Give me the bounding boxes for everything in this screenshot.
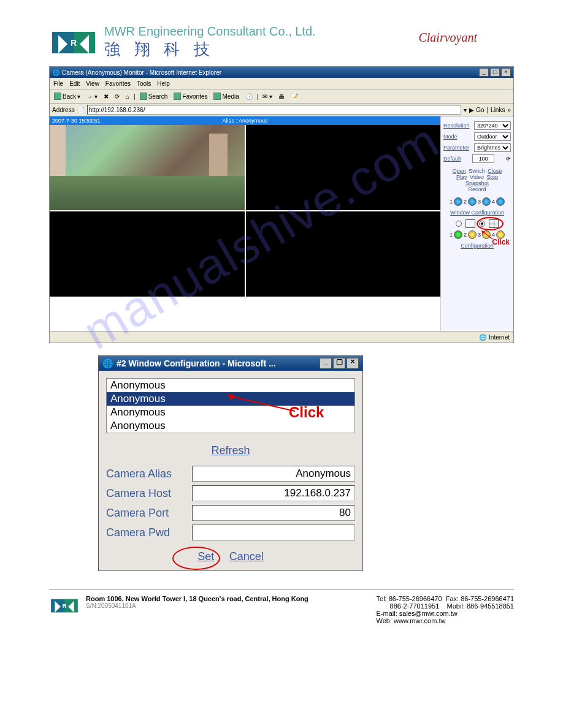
- rec-ch-3[interactable]: [482, 197, 491, 206]
- footer-tel: Tel: 86-755-26966470: [377, 595, 442, 602]
- dialog-close-button[interactable]: ×: [347, 358, 359, 369]
- set-button[interactable]: Set: [197, 550, 214, 563]
- list-item[interactable]: Anonymous: [107, 419, 354, 433]
- layout-single-radio[interactable]: [456, 221, 462, 227]
- ie-icon: 🌐: [102, 358, 113, 368]
- video-cell-3[interactable]: [50, 211, 245, 297]
- ie-icon: 🌐: [52, 69, 59, 76]
- menubar: File Edit View Favorites Tools Help: [50, 78, 513, 89]
- refresh-button[interactable]: ⟳: [113, 93, 121, 100]
- back-icon: [54, 93, 61, 100]
- camera-alias-input[interactable]: [192, 466, 355, 482]
- refresh-small-icon[interactable]: ⟳: [506, 156, 511, 162]
- edit-button[interactable]: 📝: [289, 93, 300, 100]
- svg-text:R: R: [71, 38, 77, 48]
- default-input[interactable]: [472, 154, 494, 163]
- parameter-select[interactable]: Brightness: [474, 143, 511, 152]
- address-bar: Address 📄 ▾ ▶ Go | Links »: [50, 104, 513, 116]
- record-text: Record: [468, 186, 486, 192]
- open-link[interactable]: Open: [453, 168, 466, 174]
- search-button[interactable]: Search: [138, 93, 170, 100]
- resolution-select[interactable]: 320*240: [474, 121, 511, 130]
- status-bar: 🌐 Internet: [50, 331, 513, 343]
- play-link[interactable]: Play: [456, 174, 467, 180]
- footer-email: E-mail: sales@mwr.com.tw: [377, 610, 514, 617]
- cancel-button[interactable]: Cancel: [229, 550, 264, 563]
- footer-mobil: Mobil: 886-945518851: [447, 602, 514, 610]
- footer-web: Web: www.mwr.com.tw: [377, 617, 514, 624]
- dialog-minimize-button[interactable]: _: [320, 358, 332, 369]
- internet-icon: 🌐: [479, 334, 486, 341]
- page-icon: 📄: [77, 107, 85, 113]
- video-cell-4[interactable]: [246, 211, 441, 297]
- svg-line-5: [483, 232, 492, 239]
- close-link[interactable]: Close: [488, 168, 502, 174]
- layout-single-icon: [465, 219, 475, 228]
- configuration-link[interactable]: Configuration: [461, 243, 494, 249]
- address-input[interactable]: [87, 105, 462, 115]
- page-header: R MWR Engineering Consultant Co., Ltd. 強…: [49, 25, 514, 60]
- video-grid: [50, 125, 440, 297]
- record-channels: 1 2 3 4: [443, 197, 511, 206]
- maximize-button[interactable]: ▢: [490, 68, 500, 77]
- layout-grid-radio[interactable]: [479, 221, 485, 227]
- window-config-dialog: 🌐 #2 Window Configuration - Microsoft ..…: [98, 355, 363, 571]
- rec-ch-1[interactable]: [454, 197, 462, 206]
- video-cell-1[interactable]: [50, 125, 245, 210]
- dialog-maximize-button[interactable]: ▢: [333, 358, 345, 369]
- history-button[interactable]: 🕓: [243, 93, 255, 100]
- menu-tools[interactable]: Tools: [137, 80, 151, 87]
- media-icon: [213, 93, 221, 100]
- minimize-button[interactable]: _: [479, 68, 489, 77]
- video-text: Video: [470, 174, 484, 180]
- resolution-label: Resolution: [443, 123, 470, 129]
- camera-pwd-input[interactable]: [192, 525, 355, 540]
- browser-window: 🌐 Camera (Anonymous) Monitor - Microsoft…: [49, 66, 514, 343]
- forward-button[interactable]: → ▾: [85, 93, 99, 100]
- close-button[interactable]: ×: [501, 68, 511, 77]
- rec-ch-2[interactable]: [468, 197, 477, 206]
- home-button[interactable]: ⌂: [124, 93, 131, 100]
- cfg-ch-2[interactable]: [468, 230, 477, 239]
- media-button[interactable]: Media: [212, 93, 240, 100]
- svg-text:R: R: [63, 603, 67, 609]
- video-cell-2[interactable]: [246, 125, 441, 210]
- footer-address: Room 1006, New World Tower I, 18 Queen's…: [86, 595, 308, 602]
- snapshot-link[interactable]: Snapshot: [465, 180, 489, 186]
- default-label: Default: [443, 156, 461, 162]
- rec-ch-4[interactable]: [496, 197, 505, 206]
- mail-button[interactable]: ✉ ▾: [261, 93, 274, 100]
- menu-help[interactable]: Help: [157, 80, 170, 87]
- camera-port-input[interactable]: [192, 505, 355, 521]
- stop-link[interactable]: Stop: [486, 174, 498, 180]
- camera-alias-label: Camera Alias: [106, 468, 192, 480]
- footer-fax: Fax: 86-755-26966471: [446, 595, 514, 602]
- page-footer: R Room 1006, New World Tower I, 18 Queen…: [49, 590, 514, 624]
- company-logo: R: [49, 26, 98, 59]
- layout-options: [443, 219, 511, 228]
- back-button[interactable]: Back ▾: [52, 93, 82, 100]
- layout-grid-icon: [489, 219, 499, 228]
- browser-titlebar: 🌐 Camera (Anonymous) Monitor - Microsoft…: [50, 67, 513, 78]
- cfg-ch-1[interactable]: [454, 230, 462, 239]
- links-button[interactable]: Links: [491, 107, 505, 113]
- print-button[interactable]: 🖶: [277, 93, 286, 100]
- menu-edit[interactable]: Edit: [69, 80, 80, 87]
- camera-host-label: Camera Host: [106, 487, 192, 500]
- browser-title: Camera (Anonymous) Monitor - Microsoft I…: [62, 69, 221, 76]
- menu-favorites[interactable]: Favorites: [105, 80, 131, 87]
- camera-host-input[interactable]: [192, 485, 355, 501]
- company-name-zh: 強 翔 科 技: [104, 39, 316, 60]
- click-annotation-1: Click: [492, 238, 510, 246]
- list-item[interactable]: Anonymous: [107, 379, 354, 392]
- go-button[interactable]: ▶ Go: [469, 107, 484, 113]
- menu-file[interactable]: File: [53, 80, 63, 87]
- favorites-button[interactable]: Favorites: [172, 93, 209, 100]
- switch-text: Switch: [469, 168, 485, 174]
- footer-sn: S/N:2005041101A: [86, 602, 308, 609]
- mode-select[interactable]: Outdoor: [474, 132, 511, 141]
- stop-button[interactable]: ✖: [102, 93, 110, 100]
- refresh-link[interactable]: Refresh: [211, 444, 250, 457]
- video-area: 2007-7-30 15:53:51 Alias : Anonymous: [50, 116, 440, 331]
- menu-view[interactable]: View: [86, 80, 99, 87]
